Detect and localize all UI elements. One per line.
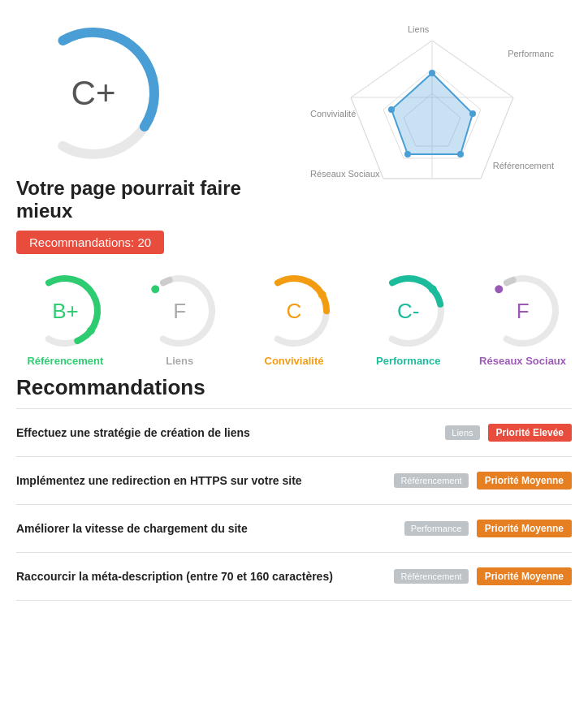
svg-marker-12 <box>391 73 473 154</box>
gauge-item-réseaux-sociaux: F Réseaux Sociaux <box>474 270 572 367</box>
rec-list: Effectuez une stratégie de création de l… <box>16 408 572 601</box>
rec-priority-0: Priorité Elevée <box>488 424 572 442</box>
gauges-row: B+ Référencement F Liens <box>0 262 588 367</box>
small-gauge-0: B+ <box>24 270 106 352</box>
small-grade-2: C <box>287 299 302 324</box>
small-grade-1: F <box>173 299 186 324</box>
rec-priority-3: Priorité Moyenne <box>477 567 572 585</box>
svg-line-11 <box>481 97 513 179</box>
rec-tag-1: Référencement <box>394 473 468 488</box>
svg-point-23 <box>150 283 162 295</box>
small-gauge-4: F <box>482 270 564 352</box>
small-grade-4: F <box>517 299 530 324</box>
rec-priority-2: Priorité Moyenne <box>477 520 572 537</box>
small-gauge-3: C- <box>368 270 449 352</box>
rec-text-1: Implémentez une redirection en HTTPS sur… <box>16 474 386 487</box>
main-gauge: C+ <box>16 16 171 170</box>
rec-text-2: Améliorer la vitesse de chargement du si… <box>16 522 396 535</box>
svg-point-15 <box>457 151 464 157</box>
rec-item: Améliorer la vitesse de chargement du si… <box>16 505 572 553</box>
small-gauge-2: C <box>253 270 335 352</box>
radar-chart: Liens Performanc Référencement Réseaux S… <box>292 16 572 203</box>
recommendations-badge: Recommandations: 20 <box>16 231 164 254</box>
rec-tag-0: Liens <box>445 425 479 440</box>
main-grade: C+ <box>71 74 116 113</box>
gauge-item-liens: F Liens <box>131 270 228 367</box>
rec-text-3: Raccourcir la méta-description (entre 70… <box>16 570 386 583</box>
page-title: Votre page pourrait faire mieux <box>16 177 276 222</box>
recommendations-title: Recommandations <box>16 375 572 400</box>
rec-text-0: Effectuez une stratégie de création de l… <box>16 426 437 439</box>
gauge-item-référencement: B+ Référencement <box>16 270 114 367</box>
rec-item: Raccourcir la méta-description (entre 70… <box>16 553 572 601</box>
small-gauge-1: F <box>139 270 220 352</box>
rec-item: Implémentez une redirection en HTTPS sur… <box>16 457 572 505</box>
svg-point-14 <box>469 110 476 117</box>
rec-item: Effectuez une stratégie de création de l… <box>16 409 572 457</box>
svg-point-17 <box>388 106 395 113</box>
svg-point-32 <box>493 283 504 295</box>
gauge-item-performance: C- Performance <box>360 270 457 367</box>
rec-tag-2: Performance <box>404 521 469 536</box>
small-grade-3: C- <box>397 299 419 324</box>
small-grade-0: B+ <box>52 299 79 324</box>
rec-tag-3: Référencement <box>394 569 468 584</box>
svg-point-13 <box>429 70 435 76</box>
gauge-item-convivialité: C Convivialité <box>245 270 343 367</box>
svg-line-10 <box>351 97 383 179</box>
rec-priority-1: Priorité Moyenne <box>477 472 572 490</box>
svg-point-16 <box>404 151 411 157</box>
